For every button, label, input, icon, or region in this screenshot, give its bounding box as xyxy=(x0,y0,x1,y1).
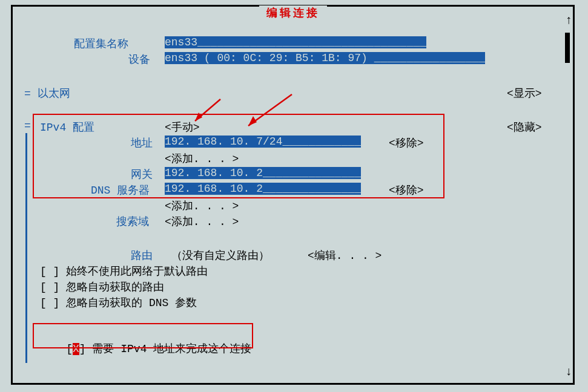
profile-name-input[interactable]: ens33___________________________________ xyxy=(165,36,426,48)
routes-edit-button[interactable]: <编辑. . . > xyxy=(308,248,382,263)
ethernet-label: = 以太网 xyxy=(24,86,70,100)
gateway-label: 网关 xyxy=(131,167,153,181)
device-label: 设备 xyxy=(128,52,150,67)
address-input[interactable]: 192. 168. 10. 7/24____________ xyxy=(165,136,361,148)
address-add-button[interactable]: <添加. . . > xyxy=(165,151,239,166)
address-label: 地址 xyxy=(131,136,153,150)
checkbox-require-ipv4[interactable]: [X] 需要 IPv4 地址来完成这个连接 xyxy=(40,329,251,368)
checkbox-never-default-route[interactable]: [ ] 始终不使用此网络于默认路由 xyxy=(40,264,208,278)
device-input[interactable]: ens33 ( 00: 0C: 29: B5: 1B: 97) ________… xyxy=(165,52,485,64)
ipv4-config-label: IPv4 配置 xyxy=(40,120,94,134)
cb4-prefix: [ xyxy=(66,343,73,355)
ipv4-mode-select[interactable]: <手动> xyxy=(165,120,200,134)
checkbox-ignore-auto-dns[interactable]: [ ] 忽略自动获取的 DNS 参数 xyxy=(40,295,197,310)
profile-name-label: 配置集名称 xyxy=(74,36,128,51)
hide-button[interactable]: <隐藏> xyxy=(507,120,542,134)
scroll-down-arrow[interactable]: ↓ xyxy=(565,365,572,379)
ipv4-bracket-eq: = xyxy=(24,120,31,132)
routes-label: 路由 xyxy=(131,248,153,263)
dns-label: DNS 服务器 xyxy=(91,183,150,197)
scrollbar[interactable]: ↑ ↓ xyxy=(565,15,573,377)
show-button[interactable]: <显示> xyxy=(507,86,542,100)
ipv4-bracket xyxy=(25,133,27,363)
search-domain-add-button[interactable]: <添加. . . > xyxy=(165,214,239,229)
dialog-content: 配置集名称 ens33_____________________________… xyxy=(13,8,572,381)
checkbox-ignore-auto-routes[interactable]: [ ] 忽略自动获取的路由 xyxy=(40,279,164,294)
routes-msg: （没有自定义路由） xyxy=(165,248,269,263)
dns-input[interactable]: 192. 168. 10. 2_______________ xyxy=(165,183,361,195)
cb4-x-mark: X xyxy=(73,343,79,355)
dns-remove-button[interactable]: <移除> xyxy=(389,183,424,197)
cb4-suffix: ] 需要 IPv4 地址来完成这个连接 xyxy=(79,343,251,355)
scroll-up-arrow[interactable]: ↑ xyxy=(565,13,572,27)
gateway-input[interactable]: 192. 168. 10. 2_______________ xyxy=(165,167,361,179)
dns-add-button[interactable]: <添加. . . > xyxy=(165,198,239,213)
address-remove-button[interactable]: <移除> xyxy=(389,136,424,150)
scroll-thumb[interactable] xyxy=(565,33,570,63)
search-domain-label: 搜索域 xyxy=(116,214,149,229)
